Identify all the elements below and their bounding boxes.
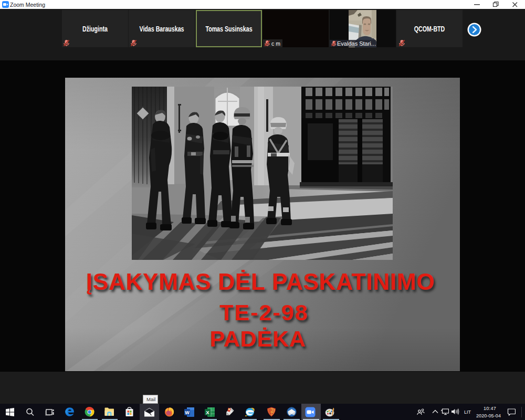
svg-text:W: W (185, 410, 190, 415)
svg-text:X: X (206, 410, 209, 415)
